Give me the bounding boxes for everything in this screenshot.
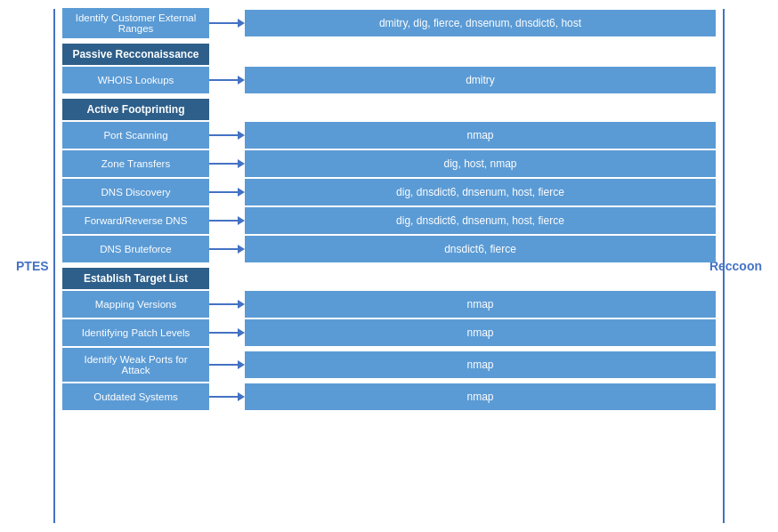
- mapping-versions-box: Mapping Versions: [62, 291, 209, 318]
- arrow-mapping-versions: [209, 300, 245, 309]
- port-scanning-box: Port Scanning: [62, 122, 209, 149]
- identify-weak-ports-box: Identify Weak Ports for Attack: [62, 348, 209, 382]
- tools-zone-transfers: dig, host, nmap: [245, 150, 716, 177]
- whois-row: WHOIS Lookups dmitry: [62, 67, 716, 93]
- tools-dns-bruteforce: dnsdict6, fierce: [245, 236, 716, 262]
- reccoon-label: Reccoon: [709, 259, 762, 273]
- tools-identify-customer: dmitry, dig, fierce, dnsenum, dnsdict6, …: [245, 10, 716, 36]
- arrow-identify-weak-ports: [209, 360, 245, 369]
- tools-identifying-patch-levels: nmap: [245, 319, 716, 346]
- forward-reverse-dns-box: Forward/Reverse DNS: [62, 207, 209, 234]
- arrow-dns-discovery: [209, 188, 245, 197]
- dns-bruteforce-row: DNS Bruteforce dnsdict6, fierce: [62, 236, 716, 262]
- tools-port-scanning: nmap: [245, 122, 716, 149]
- arrow-identifying-patch-levels: [209, 328, 245, 337]
- tools-dns-discovery: dig, dnsdict6, dnsenum, host, fierce: [245, 179, 716, 206]
- zone-transfers-row: Zone Transfers dig, host, nmap: [62, 150, 716, 177]
- identify-weak-ports-row: Identify Weak Ports for Attack nmap: [62, 348, 716, 382]
- outdated-systems-row: Outdated Systems nmap: [62, 383, 716, 410]
- dns-discovery-box: DNS Discovery: [62, 179, 209, 206]
- dns-bruteforce-box: DNS Bruteforce: [62, 236, 209, 262]
- arrow-forward-reverse-dns: [209, 216, 245, 225]
- whois-box: WHOIS Lookups: [62, 67, 209, 93]
- tools-mapping-versions: nmap: [245, 291, 716, 318]
- arrow-port-scanning: [209, 131, 245, 140]
- establish-target-section: Establish Target List Mapping Versions n…: [62, 268, 716, 410]
- forward-reverse-dns-row: Forward/Reverse DNS dig, dnsdict6, dnsen…: [62, 207, 716, 234]
- tools-identify-weak-ports: nmap: [245, 351, 716, 378]
- passive-recon-header: Passive Recconaissance: [62, 44, 209, 65]
- identify-customer-row: Identify Customer External Ranges dmitry…: [62, 8, 716, 38]
- zone-transfers-box: Zone Transfers: [62, 150, 209, 177]
- identify-customer-box: Identify Customer External Ranges: [62, 8, 209, 38]
- port-scanning-row: Port Scanning nmap: [62, 122, 716, 149]
- arrow-zone-transfers: [209, 159, 245, 168]
- tools-whois: dmitry: [245, 67, 716, 93]
- diagram-container: PTES Reccoon Identify Customer External …: [0, 0, 778, 532]
- tools-forward-reverse-dns: dig, dnsdict6, dnsenum, host, fierce: [245, 207, 716, 234]
- mapping-versions-row: Mapping Versions nmap: [62, 291, 716, 318]
- main-content: Identify Customer External Ranges dmitry…: [62, 7, 716, 525]
- identifying-patch-levels-box: Identifying Patch Levels: [62, 319, 209, 346]
- arrow-whois: [209, 76, 245, 85]
- active-footprinting-section: Active Footprinting Port Scanning nmap Z…: [62, 99, 716, 262]
- establish-target-header: Establish Target List: [62, 268, 209, 289]
- left-vertical-line: [53, 9, 55, 523]
- arrow-outdated-systems: [209, 392, 245, 401]
- identifying-patch-levels-row: Identifying Patch Levels nmap: [62, 319, 716, 346]
- dns-discovery-row: DNS Discovery dig, dnsdict6, dnsenum, ho…: [62, 179, 716, 206]
- ptes-label: PTES: [16, 259, 49, 273]
- active-footprinting-header: Active Footprinting: [62, 99, 209, 120]
- arrow-identify-customer: [209, 19, 245, 28]
- arrow-dns-bruteforce: [209, 245, 245, 254]
- tools-outdated-systems: nmap: [245, 383, 716, 410]
- passive-recon-section: Passive Recconaissance WHOIS Lookups dmi…: [62, 44, 716, 93]
- outdated-systems-box: Outdated Systems: [62, 383, 209, 410]
